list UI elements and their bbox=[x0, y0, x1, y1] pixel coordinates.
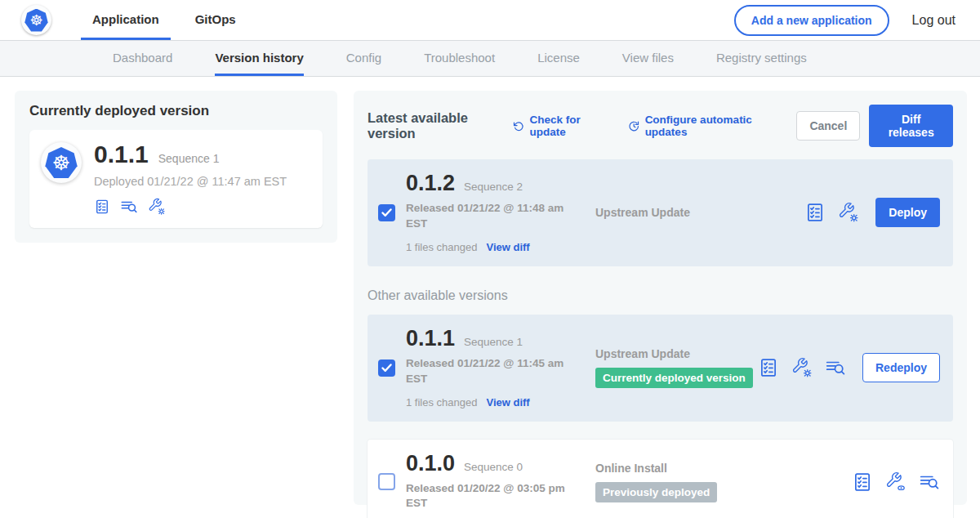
version-source: Online Install bbox=[595, 462, 852, 475]
kubernetes-logo-icon: ☸ bbox=[24, 9, 48, 32]
logs-icon[interactable] bbox=[825, 357, 846, 378]
version-info: 0.1.0 Sequence 0 Released 01/20/22 @ 03:… bbox=[406, 453, 595, 512]
tab-gitops-label: GitOps bbox=[195, 12, 236, 26]
tab-application[interactable]: Application bbox=[81, 0, 171, 40]
view-diff-link[interactable]: View diff bbox=[486, 396, 529, 409]
version-sequence: Sequence 1 bbox=[464, 336, 523, 348]
released-timestamp: Released 01/21/22 @ 11:48 am EST bbox=[406, 201, 573, 232]
diff-releases-button[interactable]: Diff releases bbox=[869, 105, 953, 147]
version-row-0-1-2: 0.1.2 Sequence 2 Released 01/21/22 @ 11:… bbox=[368, 159, 953, 266]
subnav-tab-view-files[interactable]: View files bbox=[622, 41, 674, 76]
preflight-checks-icon[interactable] bbox=[852, 471, 873, 493]
cancel-button[interactable]: Cancel bbox=[796, 111, 860, 141]
configure-automatic-updates-link[interactable]: Configure automatic updates bbox=[628, 114, 773, 138]
check-for-update-label: Check for update bbox=[529, 114, 605, 138]
edit-config-icon[interactable] bbox=[838, 202, 859, 223]
subnav-tab-dashboard[interactable]: Dashboard bbox=[113, 41, 172, 76]
previously-deployed-badge: Previously deployed bbox=[595, 482, 717, 502]
version-sequence: Sequence 0 bbox=[464, 461, 523, 473]
refresh-icon bbox=[513, 119, 524, 133]
version-actions bbox=[852, 471, 940, 493]
released-timestamp: Released 01/20/22 @ 03:05 pm EST bbox=[406, 481, 573, 512]
deployed-version-info: 0.1.1 Sequence 1 Deployed 01/21/22 @ 11:… bbox=[94, 142, 287, 216]
version-source-column: Online Install Previously deployed bbox=[595, 462, 852, 502]
subnav-tab-version-history[interactable]: Version history bbox=[215, 41, 303, 76]
app-subnav: Dashboard Version history Config Trouble… bbox=[0, 40, 980, 77]
add-new-application-button[interactable]: Add a new application bbox=[734, 5, 889, 36]
deployed-version-card: ☸ 0.1.1 Sequence 1 Deployed 01/21/22 @ 1… bbox=[29, 130, 323, 228]
preflight-checks-icon[interactable] bbox=[804, 202, 826, 223]
view-diff-link[interactable]: View diff bbox=[486, 241, 529, 253]
files-changed: 1 files changed bbox=[406, 241, 477, 253]
currently-deployed-title: Currently deployed version bbox=[29, 103, 323, 119]
currently-deployed-card: Currently deployed version ☸ 0.1.1 Seque… bbox=[15, 91, 337, 243]
other-versions-title: Other available versions bbox=[368, 288, 953, 303]
version-number: 0.1.0 bbox=[406, 453, 455, 475]
app-logo: ☸ bbox=[21, 5, 51, 35]
tab-gitops[interactable]: GitOps bbox=[184, 0, 247, 40]
tab-application-label: Application bbox=[92, 12, 159, 26]
files-changed: 1 files changed bbox=[406, 396, 477, 409]
checkmark-icon bbox=[381, 208, 392, 217]
preflight-checks-icon[interactable] bbox=[94, 199, 110, 215]
deployed-timestamp: Deployed 01/21/22 @ 11:47 am EST bbox=[94, 175, 287, 188]
logs-icon[interactable] bbox=[919, 471, 940, 493]
kubernetes-logo-icon: ☸ bbox=[45, 147, 78, 178]
version-checkbox[interactable] bbox=[378, 473, 395, 490]
version-number: 0.1.1 bbox=[406, 328, 455, 350]
top-bar: ☸ Application GitOps Add a new applicati… bbox=[0, 0, 980, 40]
edit-config-icon[interactable] bbox=[791, 357, 813, 378]
version-row-0-1-0: 0.1.0 Sequence 0 Released 01/20/22 @ 03:… bbox=[368, 440, 953, 518]
version-row-0-1-1: 0.1.1 Sequence 1 Released 01/21/22 @ 11:… bbox=[368, 315, 953, 422]
latest-version-title: Latest available version bbox=[368, 110, 497, 141]
preflight-checks-icon[interactable] bbox=[758, 357, 779, 378]
redeploy-button[interactable]: Redeploy bbox=[862, 353, 940, 382]
check-for-update-link[interactable]: Check for update bbox=[513, 114, 605, 138]
deploy-button[interactable]: Deploy bbox=[875, 198, 940, 227]
version-number: 0.1.2 bbox=[406, 172, 455, 194]
version-checkbox[interactable] bbox=[378, 359, 395, 377]
currently-deployed-badge: Currently deployed version bbox=[595, 368, 753, 388]
version-source: Upstream Update bbox=[595, 347, 758, 360]
deployed-sequence: Sequence 1 bbox=[158, 152, 220, 165]
main-content: Currently deployed version ☸ 0.1.1 Seque… bbox=[0, 77, 980, 505]
version-info: 0.1.2 Sequence 2 Released 01/21/22 @ 11:… bbox=[406, 172, 595, 253]
subnav-tab-config[interactable]: Config bbox=[346, 41, 381, 76]
subnav-tab-registry-settings[interactable]: Registry settings bbox=[716, 41, 807, 76]
version-source-column: Upstream Update bbox=[595, 206, 804, 219]
version-checkbox[interactable] bbox=[378, 204, 395, 221]
version-actions: Deploy bbox=[804, 198, 940, 227]
logout-link[interactable]: Log out bbox=[912, 13, 956, 28]
app-avatar: ☸ bbox=[41, 142, 82, 183]
version-source: Upstream Update bbox=[595, 206, 804, 219]
deployed-version-number: 0.1.1 bbox=[94, 142, 149, 167]
checkmark-icon bbox=[381, 364, 392, 373]
latest-version-header: Latest available version Check for updat… bbox=[368, 105, 953, 147]
version-actions: Redeploy bbox=[758, 353, 940, 382]
available-versions-panel: Latest available version Check for updat… bbox=[354, 91, 967, 505]
edit-config-icon[interactable] bbox=[148, 198, 166, 216]
version-info: 0.1.1 Sequence 1 Released 01/21/22 @ 11:… bbox=[406, 328, 595, 409]
configure-automatic-updates-label: Configure automatic updates bbox=[645, 114, 774, 138]
released-timestamp: Released 01/21/22 @ 11:45 am EST bbox=[406, 356, 573, 387]
subnav-tab-troubleshoot[interactable]: Troubleshoot bbox=[424, 41, 495, 76]
subnav-tab-license[interactable]: License bbox=[537, 41, 580, 76]
version-sequence: Sequence 2 bbox=[464, 181, 523, 193]
view-config-icon[interactable] bbox=[885, 471, 906, 493]
clock-refresh-icon bbox=[628, 119, 639, 133]
logs-icon[interactable] bbox=[120, 198, 138, 216]
version-source-column: Upstream Update Currently deployed versi… bbox=[595, 347, 758, 388]
